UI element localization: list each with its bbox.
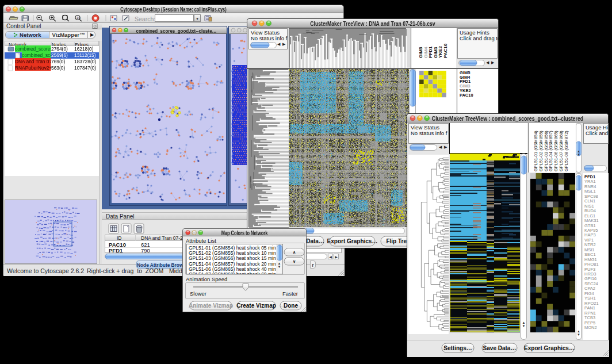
svg-text:Faster: Faster [282,290,298,297]
svg-text:Done: Done [284,302,298,309]
svg-text:Slower: Slower [190,290,206,297]
svg-text:Save Data…: Save Data… [483,345,517,351]
svg-text:Create Vizmap: Create Vizmap [236,302,276,309]
svg-text:∨: ∨ [293,259,296,263]
svg-text:Export Graphics…: Export Graphics… [327,238,378,244]
svg-text:Export Graphics…: Export Graphics… [524,345,575,351]
svg-text:∧: ∧ [293,250,296,254]
svg-text:Animate Vizmap: Animate Vizmap [189,302,233,309]
svg-text:Settings…: Settings… [443,345,472,351]
svg-text:1:1: 1:1 [76,16,81,20]
